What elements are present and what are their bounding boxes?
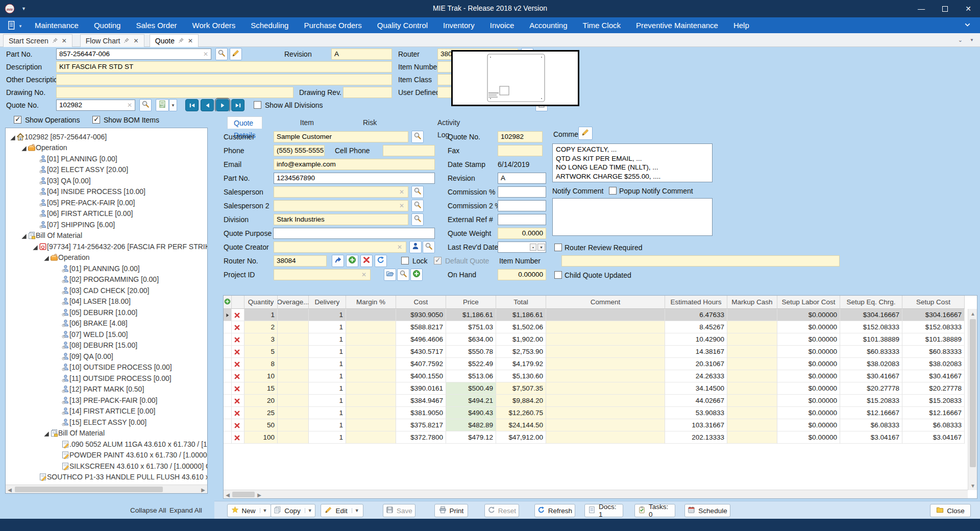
comment-box[interactable]: COPY EXACTLY, ... QTD AS KIT PER EMAIL, … <box>552 143 713 182</box>
grid-cell-setup_labor_cost[interactable]: $0.00000 <box>777 358 840 370</box>
expand-all-link[interactable]: Expand All <box>169 506 202 514</box>
quote-creator-clear-icon[interactable]: ✕ <box>397 242 402 253</box>
row-delete-button[interactable] <box>232 431 244 444</box>
grid-cell-setup_labor_cost[interactable]: $0.00000 <box>777 321 840 333</box>
grid-cell-comment[interactable] <box>546 333 665 346</box>
delete-row-icon[interactable] <box>234 411 240 418</box>
grid-cell-cost[interactable]: $588.8217 <box>396 321 446 333</box>
grid-cell-cost[interactable]: $372.7800 <box>396 431 446 444</box>
tree-node[interactable]: POWDER PAINT 43.610 x 61.730 / [1.00000]… <box>54 450 208 461</box>
part-no-input[interactable]: 857-256447-006 <box>56 49 211 60</box>
delete-row-icon[interactable] <box>234 337 240 345</box>
grid-cell-markup_cash[interactable] <box>727 431 777 444</box>
grid-cell-quantity[interactable]: 3 <box>244 333 278 346</box>
grid-cell-price[interactable]: $482.89 <box>446 419 496 431</box>
grid-column-header[interactable]: Delivery <box>309 296 346 309</box>
grid-column-header[interactable]: Margin % <box>346 296 396 309</box>
detail-revision-field[interactable]: A <box>498 173 546 184</box>
menu-item-purchase-orders[interactable]: Purchase Orders <box>304 17 361 33</box>
detail-tab-item-details[interactable]: Item Details <box>294 116 328 129</box>
grid-cell-setup_labor_cost[interactable]: $0.00000 <box>777 309 840 321</box>
grid-cell-setup_cost[interactable]: $3.04167 <box>902 431 965 444</box>
project-add-button[interactable] <box>410 269 423 281</box>
grid-column-header[interactable]: Estimated Hours <box>665 296 727 309</box>
grid-cell-setup_eq_chrg[interactable]: $30.41667 <box>840 370 902 382</box>
tree-node[interactable]: Operation <box>20 142 67 153</box>
grid-cell-total[interactable]: $24,144.50 <box>496 419 546 431</box>
grid-cell-markup_cash[interactable] <box>727 321 777 333</box>
child-quote-checkbox[interactable] <box>554 271 562 279</box>
grid-cell-markup_cash[interactable] <box>727 395 777 407</box>
on-hand-field[interactable]: 0.00000 <box>498 269 546 280</box>
grid-cell-estimated_hours[interactable]: 53.90833 <box>665 407 727 419</box>
grid-cell-setup_eq_chrg[interactable]: $60.83333 <box>840 346 902 358</box>
grid-cell-total[interactable]: $12,260.75 <box>496 407 546 419</box>
tree-node[interactable]: [15] ELECT ASSY [0.00] <box>54 417 146 427</box>
grid-cell-cost[interactable]: $390.0161 <box>396 382 446 395</box>
grid-cell-comment[interactable] <box>546 395 665 407</box>
scroll-right-icon[interactable]: ▶ <box>200 487 206 493</box>
delete-row-icon[interactable] <box>234 374 240 381</box>
grid-cell-estimated_hours[interactable]: 24.26333 <box>665 370 727 382</box>
grid-cell-setup_labor_cost[interactable]: $0.00000 <box>777 382 840 395</box>
copy-button[interactable]: Copy▼ <box>271 504 315 517</box>
grid-cell-price[interactable]: $490.43 <box>446 407 496 419</box>
tree-node[interactable]: [09] QA [0.00] <box>54 351 113 361</box>
app-menu-icon[interactable] <box>7 20 17 32</box>
quote-creator-field[interactable] <box>274 242 406 253</box>
grid-cell-setup_labor_cost[interactable]: $0.00000 <box>777 395 840 407</box>
grid-cell-setup_eq_chrg[interactable]: $152.08333 <box>840 321 902 333</box>
part-no-clear-icon[interactable]: ✕ <box>203 49 208 60</box>
grid-cell-comment[interactable] <box>546 419 665 431</box>
tree-node[interactable]: [07] WELD [15.00] <box>54 329 128 340</box>
menu-item-invoice[interactable]: Invoice <box>490 17 514 33</box>
nav-first-button[interactable] <box>185 99 199 111</box>
collapse-all-link[interactable]: Collapse All <box>130 506 166 514</box>
tab-close-icon[interactable]: ✕ <box>188 37 193 44</box>
tree-hscrollbar[interactable]: ◀ ▶ <box>6 485 207 493</box>
nav-last-button[interactable] <box>231 99 244 111</box>
save-button[interactable]: Save <box>383 504 415 517</box>
grid-cell-comment[interactable] <box>546 358 665 370</box>
part-no-search-button[interactable] <box>215 48 228 60</box>
row-delete-button[interactable] <box>232 395 244 407</box>
edit-button[interactable]: Edit▼ <box>321 504 363 517</box>
grid-cell-delivery[interactable]: 1 <box>309 395 346 407</box>
external-ref-field[interactable] <box>498 214 546 225</box>
tree-node[interactable]: .090 5052 ALUM 11GA 43.610 x 61.730 / [1… <box>54 439 208 449</box>
grid-cell-margin[interactable] <box>346 346 396 358</box>
grid-cell-comment[interactable] <box>546 309 665 321</box>
grid-cell-cost[interactable]: $384.9467 <box>396 395 446 407</box>
dropdown-caret-icon[interactable]: ▼ <box>305 508 312 513</box>
customer-search-button[interactable] <box>411 131 424 143</box>
tree-node[interactable]: [03] CAD CHECK [20.00] <box>54 285 149 296</box>
tree-node[interactable]: [11] OUTSIDE PROCESS [0.00] <box>54 373 172 383</box>
scroll-up-icon[interactable]: ▲ <box>970 310 976 317</box>
grid-cell-margin[interactable] <box>346 333 396 346</box>
tree-node[interactable]: [14] FIRST ARTICLE [0.00] <box>54 406 155 417</box>
router-review-checkbox[interactable] <box>554 244 562 251</box>
grid-cell-margin[interactable] <box>346 395 396 407</box>
grid-cell-setup_eq_chrg[interactable]: $12.16667 <box>840 407 902 419</box>
grid-column-header[interactable]: Price <box>446 296 496 309</box>
router-delete-button[interactable] <box>360 255 373 267</box>
grid-cell-cost[interactable]: $400.1550 <box>396 370 446 382</box>
grid-cell-total[interactable]: $4,179.92 <box>496 358 546 370</box>
grid-cell-price[interactable]: $479.12 <box>446 431 496 444</box>
grid-cell-setup_cost[interactable]: $101.38889 <box>902 333 965 346</box>
grid-cell-margin[interactable] <box>346 382 396 395</box>
tab-start-screen[interactable]: Start Screen>✕ <box>3 34 72 47</box>
tab-quote[interactable]: Quote>✕ <box>150 34 199 47</box>
pin-icon[interactable]: > <box>124 37 130 45</box>
menu-item-inventory[interactable]: Inventory <box>443 17 475 33</box>
row-delete-button[interactable] <box>232 382 244 395</box>
grid-cell-setup_labor_cost[interactable]: $0.00000 <box>777 346 840 358</box>
tree-node[interactable]: Bill Of Material <box>20 230 82 241</box>
other-description-field[interactable] <box>56 74 392 85</box>
grid-cell-total[interactable]: $1,902.00 <box>496 333 546 346</box>
detail-tab-risk-assessment[interactable]: Risk Assessment <box>357 116 408 129</box>
delete-row-icon[interactable] <box>234 325 240 332</box>
new-button[interactable]: New▼ <box>227 504 271 517</box>
grid-cell-estimated_hours[interactable]: 34.14500 <box>665 382 727 395</box>
grid-cell-setup_eq_chrg[interactable]: $3.04167 <box>840 431 902 444</box>
